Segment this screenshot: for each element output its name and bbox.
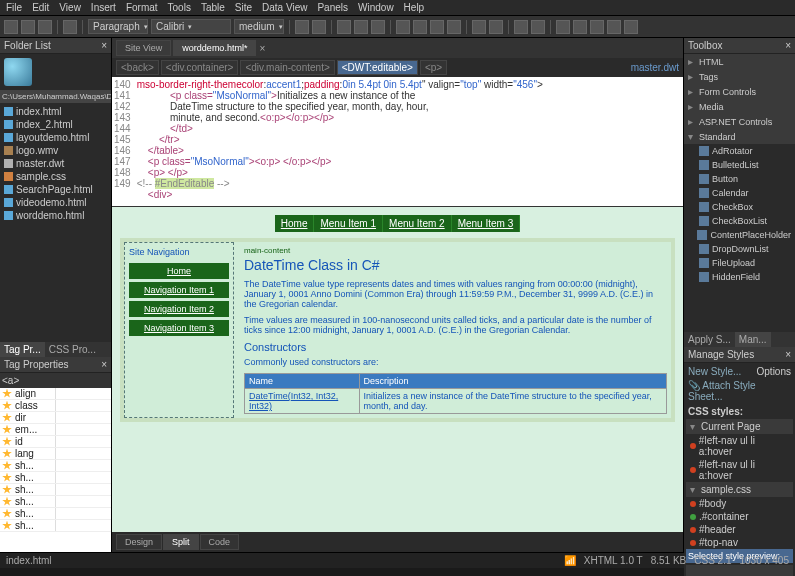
new-icon[interactable] <box>4 20 18 34</box>
top-menu-item[interactable]: Menu Item 3 <box>452 215 521 232</box>
file-item[interactable]: videodemo.html <box>2 196 109 209</box>
toolbox-item[interactable]: Button <box>684 172 795 186</box>
align-right-icon[interactable] <box>430 20 444 34</box>
body-text[interactable]: Commonly used constructors are: <box>244 357 667 367</box>
open-icon[interactable] <box>21 20 35 34</box>
attach-link[interactable]: 📎 Attach Style Sheet... <box>688 380 756 402</box>
underline-icon[interactable] <box>371 20 385 34</box>
color-icon[interactable] <box>295 20 309 34</box>
breadcrumb-back[interactable]: <back> <box>116 60 159 75</box>
font-select[interactable]: Calibri <box>151 19 231 34</box>
toolbox-group[interactable]: ▸ASP.NET Controls <box>684 114 795 129</box>
toolbox-group-standard[interactable]: ▾Standard <box>684 129 795 144</box>
css-group-sample[interactable]: sample.css <box>701 484 751 495</box>
css-rule[interactable]: .#container <box>699 511 748 522</box>
body-text[interactable]: The DateTime value type represents dates… <box>244 279 667 309</box>
link-icon[interactable] <box>607 20 621 34</box>
menu-insert[interactable]: Insert <box>91 2 116 13</box>
property-row[interactable]: id <box>0 436 111 448</box>
menu-dataview[interactable]: Data View <box>262 2 307 13</box>
table-cell[interactable]: Initializes a new instance of the DateTi… <box>359 389 666 414</box>
options-link[interactable]: Options <box>757 366 791 377</box>
folder-path[interactable]: C:\Users\Muhammad.Waqas\Do <box>0 90 111 103</box>
css-group-current[interactable]: Current Page <box>701 421 760 432</box>
save-icon[interactable] <box>38 20 52 34</box>
tab-css-properties[interactable]: CSS Pro... <box>45 342 100 357</box>
top-menu-home[interactable]: Home <box>275 215 315 232</box>
property-row[interactable]: class <box>0 400 111 412</box>
menu-window[interactable]: Window <box>358 2 394 13</box>
toolbox-item[interactable]: HiddenField <box>684 270 795 284</box>
master-template-link[interactable]: master.dwt <box>631 62 679 73</box>
menu-edit[interactable]: Edit <box>32 2 49 13</box>
css-rule[interactable]: #left-nav ul li a:hover <box>699 459 789 481</box>
view-design[interactable]: Design <box>116 534 162 550</box>
property-row[interactable]: sh... <box>0 496 111 508</box>
sidenav-item[interactable]: Navigation Item 2 <box>129 301 229 317</box>
border-icon[interactable] <box>556 20 570 34</box>
file-item[interactable]: SearchPage.html <box>2 183 109 196</box>
file-item[interactable]: layoutdemo.html <box>2 131 109 144</box>
breadcrumb-item[interactable]: <div.container> <box>161 60 239 75</box>
file-item[interactable]: logo.wmv <box>2 144 109 157</box>
css-rule[interactable]: #top-nav <box>699 537 738 548</box>
list-number-icon[interactable] <box>489 20 503 34</box>
indent-icon[interactable] <box>531 20 545 34</box>
property-row[interactable]: lang <box>0 448 111 460</box>
menu-tools[interactable]: Tools <box>168 2 191 13</box>
list-bullet-icon[interactable] <box>472 20 486 34</box>
property-row[interactable]: em... <box>0 424 111 436</box>
sidenav-item[interactable]: Navigation Item 3 <box>129 320 229 336</box>
css-rule[interactable]: #header <box>699 524 736 535</box>
top-menu-item[interactable]: Menu Item 2 <box>383 215 452 232</box>
new-style-link[interactable]: New Style... <box>688 366 741 377</box>
tab-site-view[interactable]: Site View <box>116 40 171 56</box>
body-text[interactable]: Time values are measured in 100-nanoseco… <box>244 315 667 335</box>
subheading[interactable]: Constructors <box>244 341 667 353</box>
align-justify-icon[interactable] <box>447 20 461 34</box>
tab-tag-properties[interactable]: Tag Pr... <box>0 342 45 357</box>
property-row[interactable]: sh... <box>0 520 111 532</box>
file-item[interactable]: index_2.html <box>2 118 109 131</box>
preview-icon[interactable] <box>63 20 77 34</box>
menu-table[interactable]: Table <box>201 2 225 13</box>
menu-site[interactable]: Site <box>235 2 252 13</box>
highlight-icon[interactable] <box>312 20 326 34</box>
page-heading[interactable]: DateTime Class in C# <box>244 257 667 273</box>
status-css-mode[interactable]: CSS 2.1 <box>694 555 731 566</box>
panel-close-icon[interactable]: × <box>785 40 791 51</box>
table-cell[interactable]: DateTime(Int32, Int32, Int32) <box>245 389 360 414</box>
file-item[interactable]: sample.css <box>2 170 109 183</box>
toolbox-group[interactable]: ▸Form Controls <box>684 84 795 99</box>
bold-icon[interactable] <box>337 20 351 34</box>
sidenav-item[interactable]: Home <box>129 263 229 279</box>
panel-close-icon[interactable]: × <box>101 359 107 370</box>
file-item[interactable]: index.html <box>2 105 109 118</box>
tab-close-icon[interactable]: × <box>256 43 268 54</box>
toolbox-item[interactable]: AdRotator <box>684 144 795 158</box>
panel-close-icon[interactable]: × <box>101 40 107 51</box>
toolbox-item[interactable]: ContentPlaceHolder <box>684 228 795 242</box>
align-left-icon[interactable] <box>396 20 410 34</box>
code-editor[interactable]: 140 141 142 143 144 145 146 147 148 149 … <box>112 77 683 207</box>
property-row[interactable]: align <box>0 388 111 400</box>
table-icon[interactable] <box>573 20 587 34</box>
tag-property-grid[interactable]: align class dir em... id lang sh... sh..… <box>0 388 111 552</box>
toolbox-group[interactable]: ▸Media <box>684 99 795 114</box>
code-content[interactable]: mso-border-right-themecolor:accent1;padd… <box>137 79 543 204</box>
property-row[interactable]: dir <box>0 412 111 424</box>
property-row[interactable]: sh... <box>0 472 111 484</box>
toolbox-item[interactable]: DropDownList <box>684 242 795 256</box>
tab-manage-styles[interactable]: Man... <box>735 332 771 347</box>
property-row[interactable]: sh... <box>0 484 111 496</box>
toolbox-item[interactable]: CheckBox <box>684 200 795 214</box>
constructors-table[interactable]: NameDescription DateTime(Int32, Int32, I… <box>244 373 667 414</box>
css-rule[interactable]: #body <box>699 498 726 509</box>
menu-panels[interactable]: Panels <box>317 2 348 13</box>
property-row[interactable]: sh... <box>0 508 111 520</box>
layer-icon[interactable] <box>624 20 638 34</box>
breadcrumb-item[interactable]: <p> <box>420 60 447 75</box>
toolbox-item[interactable]: BulletedList <box>684 158 795 172</box>
image-icon[interactable] <box>590 20 604 34</box>
sidenav-item[interactable]: Navigation Item 1 <box>129 282 229 298</box>
